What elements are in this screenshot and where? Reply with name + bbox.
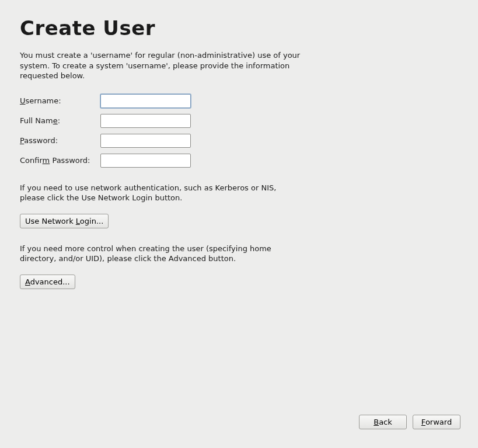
advanced-text: If you need more control when creating t…: [20, 244, 294, 264]
page-title: Create User: [20, 16, 458, 40]
confirm-password-label: Confirm Password:: [20, 156, 100, 165]
username-input[interactable]: [100, 94, 191, 108]
forward-button[interactable]: Forward: [413, 415, 460, 429]
wizard-nav: Back Forward: [359, 415, 460, 429]
advanced-button[interactable]: Advanced...: [20, 275, 75, 289]
password-label: Password:: [20, 136, 100, 145]
fullname-label: Full Name:: [20, 116, 100, 125]
intro-text: You must create a 'username' for regular…: [20, 50, 312, 81]
network-login-text: If you need to use network authenticatio…: [20, 183, 294, 203]
fullname-input[interactable]: [100, 114, 191, 128]
password-input[interactable]: [100, 134, 191, 148]
back-button[interactable]: Back: [359, 415, 407, 429]
use-network-login-button[interactable]: Use Network Login...: [20, 214, 109, 228]
username-label: Username:: [20, 96, 100, 105]
confirm-password-input[interactable]: [100, 154, 191, 168]
